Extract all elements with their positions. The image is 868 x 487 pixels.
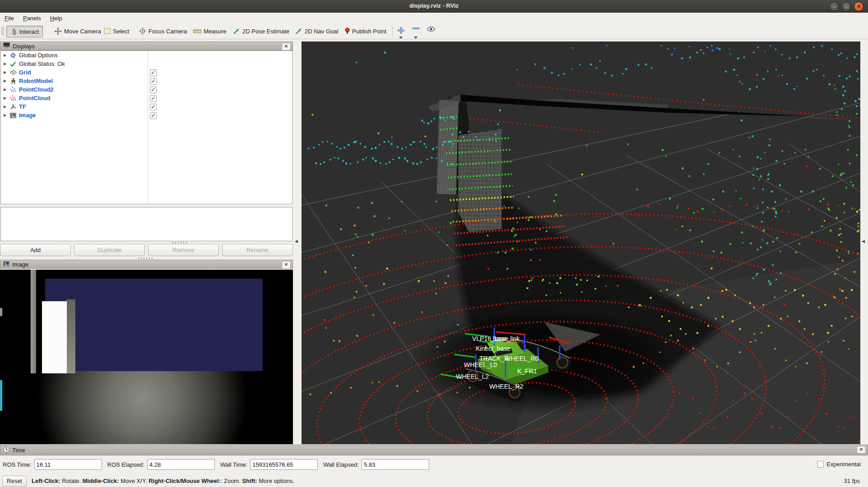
- expander-arrow-icon[interactable]: ▶: [1, 87, 9, 92]
- menu-file[interactable]: File: [0, 13, 19, 24]
- camera-white-box: [42, 301, 67, 373]
- enabled-checkbox[interactable]: ✓: [150, 78, 157, 85]
- displays-button-row: AddDuplicateRemoveRename: [0, 244, 293, 256]
- monitor-icon: [3, 42, 10, 50]
- time-panel-title: Time: [12, 447, 25, 454]
- reset-button[interactable]: Reset: [2, 476, 27, 487]
- ros-elapsed-input[interactable]: [147, 459, 215, 470]
- fps-counter: 31 fps: [844, 478, 860, 484]
- maximize-icon[interactable]: □: [842, 2, 851, 11]
- tool-2d-pose-estimate[interactable]: 2D Pose Estimate: [229, 26, 293, 37]
- tool-publish-point[interactable]: Publish Point: [341, 26, 390, 37]
- expander-arrow-icon[interactable]: ▶: [1, 53, 9, 57]
- image-close-icon[interactable]: ✕: [282, 261, 291, 269]
- display-label: Grid: [19, 69, 31, 76]
- expander-arrow-icon[interactable]: ▶: [1, 70, 9, 74]
- wall-elapsed-input[interactable]: [362, 459, 429, 470]
- tool-interact[interactable]: Interact: [6, 26, 43, 37]
- expander-arrow-icon[interactable]: ▶: [1, 105, 9, 109]
- time-field-ros-elapsed: ROS Elapsed:: [107, 459, 215, 470]
- tf-label-k-fr1: K_FR1: [517, 368, 537, 375]
- splitter-handle[interactable]: [172, 242, 189, 244]
- tool-select[interactable]: Select: [100, 26, 133, 37]
- wall-time-input[interactable]: [250, 459, 318, 470]
- display-row-image[interactable]: ▶Image✓: [1, 111, 292, 119]
- tf-label-wheel-l0: WHEEL_L0: [464, 361, 497, 368]
- add-tool-dropdown-icon[interactable]: [399, 37, 403, 39]
- close-icon[interactable]: ✕: [854, 2, 863, 11]
- tool-2d-nav-goal[interactable]: 2D Nav Goal: [292, 26, 342, 37]
- time-panel-header[interactable]: Time ✕: [0, 445, 868, 455]
- enabled-checkbox[interactable]: ✓: [150, 112, 157, 119]
- image-panel-header[interactable]: Image ✕: [0, 260, 293, 269]
- enabled-checkbox[interactable]: ✓: [150, 69, 157, 76]
- select-box-icon: [104, 28, 111, 34]
- hand-icon: [10, 28, 17, 35]
- remove-button[interactable]: Remove: [148, 244, 219, 256]
- camera-edge-artifact: [0, 308, 2, 316]
- dock-splitter-left[interactable]: ◀: [293, 41, 302, 444]
- add-button[interactable]: Add: [0, 244, 71, 256]
- time-field-wall-time: Wall Time:: [220, 459, 318, 470]
- remove-tool-dropdown-icon[interactable]: [414, 37, 418, 39]
- titlebar[interactable]: display.rviz - RViz – □ ✕: [0, 0, 868, 13]
- experimental-checkbox[interactable]: [817, 461, 824, 468]
- tool-label: 2D Nav Goal: [305, 28, 338, 35]
- tool-label: Move Camera: [64, 28, 101, 35]
- display-row-robotmodel[interactable]: ▶RobotModel✓: [1, 77, 292, 85]
- toolbar-grip[interactable]: [1, 27, 4, 36]
- enabled-checkbox[interactable]: ✓: [150, 95, 157, 102]
- enabled-checkbox[interactable]: ✓: [150, 87, 157, 93]
- tool-measure[interactable]: Measure: [190, 26, 230, 37]
- expander-arrow-icon[interactable]: ▶: [1, 113, 9, 117]
- display-row-pointcloud[interactable]: ▶PointCloud✓: [1, 94, 292, 102]
- camera-building-face: [45, 279, 263, 371]
- time-panel: Time ✕ ROS Time:ROS Elapsed:Wall Time:Wa…: [0, 444, 868, 475]
- duplicate-button[interactable]: Duplicate: [74, 244, 145, 256]
- expander-arrow-icon[interactable]: ▶: [1, 62, 9, 66]
- image-panel: Image ✕: [0, 260, 293, 444]
- minus-icon[interactable]: [412, 27, 424, 36]
- dock-splitter-right[interactable]: ◀: [860, 41, 868, 444]
- splitter-handle[interactable]: [138, 257, 154, 259]
- experimental-toggle[interactable]: Experimental: [817, 461, 861, 468]
- time-close-icon[interactable]: ✕: [857, 446, 866, 454]
- pointcloud-icon: [9, 95, 17, 101]
- gear-icon: [9, 52, 17, 59]
- 3d-scene[interactable]: VLP16_basebase_linkKinect_baseTRACK_RWHE…: [302, 41, 860, 444]
- expander-arrow-icon[interactable]: ▶: [1, 96, 9, 100]
- enabled-checkbox[interactable]: ✓: [150, 104, 157, 110]
- display-label: PointCloud: [19, 95, 50, 101]
- expander-arrow-icon[interactable]: ▶: [1, 79, 9, 83]
- toolbar: InteractMove CameraSelectFocus CameraMea…: [0, 24, 868, 39]
- ros-time-input[interactable]: [34, 459, 102, 470]
- display-row-global-options[interactable]: ▶Global Options: [1, 51, 292, 60]
- tool-focus-camera[interactable]: Focus Camera: [135, 26, 190, 37]
- rename-button[interactable]: Rename: [222, 244, 293, 256]
- minimize-icon[interactable]: –: [830, 2, 839, 11]
- window-title: display.rviz - RViz: [0, 2, 868, 9]
- display-row-global-status-ok[interactable]: ▶Global Status: Ok: [1, 60, 292, 68]
- display-row-pointcloud2[interactable]: ▶PointCloud2✓: [1, 85, 292, 94]
- robot-icon: [9, 78, 17, 84]
- clock-icon: [3, 446, 9, 454]
- pointcloud2-icon: [9, 86, 17, 93]
- collapse-arrow-icon[interactable]: ◀: [295, 239, 298, 244]
- displays-tree[interactable]: ▶Global Options▶Global Status: Ok▶Grid✓▶…: [0, 51, 292, 204]
- image-icon: [3, 261, 9, 268]
- plus-icon[interactable]: [397, 27, 409, 36]
- menu-panels[interactable]: Panels: [19, 13, 46, 24]
- displays-close-icon[interactable]: ✕: [282, 43, 291, 51]
- display-row-grid[interactable]: ▶Grid✓: [1, 68, 292, 77]
- eye-icon[interactable]: [427, 27, 439, 36]
- displays-panel-header[interactable]: Displays ✕: [0, 41, 293, 51]
- tf-axes-icon: [9, 103, 17, 110]
- menu-help[interactable]: Help: [46, 13, 67, 24]
- 3d-viewport[interactable]: VLP16_basebase_linkKinect_baseTRACK_RWHE…: [302, 41, 860, 444]
- camera-image: [0, 270, 293, 444]
- display-row-tf[interactable]: ▶TF✓: [1, 102, 292, 111]
- tool-move-camera[interactable]: Move Camera: [51, 26, 105, 37]
- time-field-wall-elapsed: Wall Elapsed:: [323, 459, 429, 470]
- display-label: Global Status: Ok: [19, 60, 65, 67]
- collapse-arrow-icon[interactable]: ◀: [862, 239, 865, 244]
